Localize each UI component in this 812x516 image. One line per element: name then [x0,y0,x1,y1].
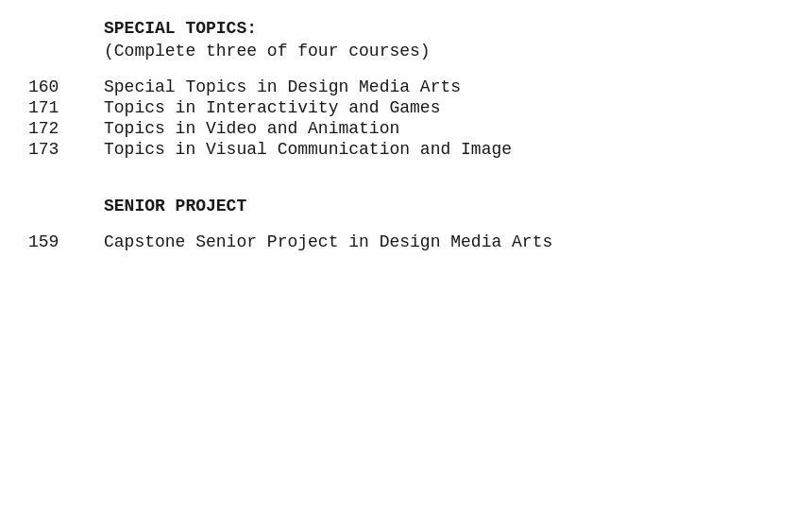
course-row-160: 160 Special Topics in Design Media Arts [28,77,784,96]
special-topics-sub: (Complete three of four courses) [104,42,784,60]
special-topics-section: SPECIAL TOPICS: (Complete three of four … [28,19,784,159]
special-topics-course-list: 160 Special Topics in Design Media Arts … [28,77,784,159]
course-number-172: 172 [28,119,104,138]
course-number-173: 173 [28,140,104,159]
senior-project-section: SENIOR PROJECT 159 Capstone Senior Proje… [28,197,784,251]
course-number-171: 171 [28,98,104,117]
course-number-159: 159 [28,232,104,251]
senior-project-course-list: 159 Capstone Senior Project in Design Me… [28,232,784,251]
senior-project-header: SENIOR PROJECT [104,197,784,215]
course-row-159: 159 Capstone Senior Project in Design Me… [28,232,784,251]
course-number-160: 160 [28,77,104,96]
course-row-172: 172 Topics in Video and Animation [28,119,784,138]
course-title-160: Special Topics in Design Media Arts [104,77,784,96]
course-row-173: 173 Topics in Visual Communication and I… [28,140,784,159]
special-topics-header: SPECIAL TOPICS: [104,19,784,38]
course-title-172: Topics in Video and Animation [104,119,784,138]
course-title-171: Topics in Interactivity and Games [104,98,784,117]
course-row-171: 171 Topics in Interactivity and Games [28,98,784,117]
course-title-173: Topics in Visual Communication and Image [104,140,784,159]
course-title-159: Capstone Senior Project in Design Media … [104,232,784,251]
